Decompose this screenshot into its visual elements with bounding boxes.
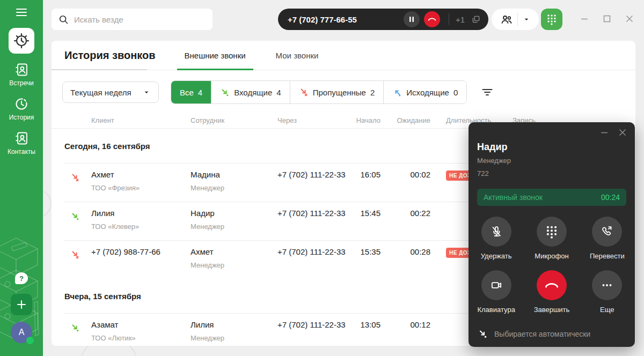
segment-all[interactable]: Все 4 bbox=[171, 81, 211, 103]
employee-name: Надир bbox=[191, 209, 277, 218]
sidebar-item-history[interactable]: История bbox=[0, 97, 43, 121]
call-actions-grid: Удержать Микрофон Перевести Клавиатура bbox=[469, 217, 635, 314]
active-call-popup: Надир Менеджер 722 Активный звонок 00:24… bbox=[469, 122, 635, 347]
call-timer: 00:24 bbox=[601, 193, 620, 202]
employee-role: Менеджер bbox=[191, 222, 277, 231]
hold-call-button[interactable] bbox=[404, 11, 420, 27]
title-underline bbox=[52, 69, 147, 70]
via-number: +7 (702) 111-22-33 bbox=[277, 247, 348, 256]
line-selection-hint: Выбирается автоматически bbox=[478, 329, 590, 339]
close-window-button[interactable] bbox=[625, 14, 634, 24]
search-input[interactable] bbox=[74, 15, 197, 24]
sidebar-item-call-history-active[interactable] bbox=[9, 28, 34, 54]
hangup-icon bbox=[544, 277, 560, 293]
menu-hamburger-button[interactable] bbox=[16, 8, 27, 17]
hangup-call-button[interactable] bbox=[424, 11, 440, 27]
minimize-window-button[interactable] bbox=[580, 14, 589, 24]
transfer-call-icon bbox=[600, 225, 614, 239]
col-client: Клиент bbox=[91, 116, 185, 124]
mic-off-icon bbox=[489, 225, 503, 239]
chevron-down-icon bbox=[142, 88, 151, 97]
contacts-icon bbox=[14, 131, 29, 146]
expand-calls-icon[interactable] bbox=[471, 14, 481, 24]
col-via: Через bbox=[277, 116, 348, 124]
callee-extension: 722 bbox=[477, 169, 489, 177]
missed-call-icon bbox=[70, 173, 80, 182]
wait-time: 00:22 bbox=[380, 209, 430, 218]
keyboard-button[interactable]: Клавиатура bbox=[477, 270, 515, 314]
contacts-dropdown-button[interactable] bbox=[492, 9, 539, 30]
call-action-label: Еще bbox=[600, 306, 614, 314]
call-action-label: Микрофон bbox=[535, 252, 568, 260]
call-status-label: Активный звонок bbox=[484, 193, 543, 202]
end-call-button[interactable]: Завершить bbox=[534, 270, 570, 314]
hold-button[interactable]: Удержать bbox=[481, 217, 512, 260]
client-name: Лилия bbox=[91, 209, 185, 218]
popup-window-controls bbox=[599, 128, 627, 137]
pause-icon bbox=[408, 16, 415, 23]
history-clock-icon bbox=[14, 97, 29, 112]
plus-icon bbox=[17, 300, 26, 309]
tab-my-calls[interactable]: Мои звонки bbox=[268, 41, 326, 70]
tab-external-calls[interactable]: Внешние звонки bbox=[177, 41, 253, 70]
tabs: Внешние звонки Мои звонки bbox=[177, 41, 326, 70]
line-selection-text: Выбирается автоматически bbox=[494, 330, 590, 338]
segment-outgoing[interactable]: Исходящие 0 bbox=[383, 81, 466, 103]
segment-label: Все bbox=[180, 88, 194, 97]
client-name: Ахмет bbox=[91, 170, 185, 179]
wait-time: 00:02 bbox=[380, 170, 430, 179]
segment-count: 4 bbox=[276, 88, 281, 97]
microphone-button[interactable]: Микрофон bbox=[535, 217, 568, 260]
period-value: Текущая неделя bbox=[70, 88, 131, 97]
col-start: Начало bbox=[348, 116, 380, 124]
employee-name: Мадина bbox=[191, 170, 277, 179]
segment-label: Входящие bbox=[234, 88, 272, 97]
call-type-segments: Все 4 Входящие 4 Пропущенные 2 bbox=[171, 80, 467, 104]
transfer-button[interactable]: Перевести bbox=[590, 217, 625, 260]
call-action-label: Завершить bbox=[534, 306, 570, 314]
call-action-label: Перевести bbox=[590, 252, 625, 260]
segment-label: Пропущенные bbox=[313, 88, 366, 97]
chevron-down-icon bbox=[522, 15, 531, 24]
popup-close-button[interactable] bbox=[618, 128, 627, 137]
user-avatar[interactable]: А bbox=[11, 322, 32, 343]
dialpad-button[interactable] bbox=[541, 9, 562, 30]
sidebar-item-contacts[interactable]: Контакты bbox=[0, 131, 43, 155]
add-button[interactable] bbox=[11, 294, 32, 315]
meetings-icon bbox=[14, 62, 29, 77]
via-number: +7 (702) 111-22-33 bbox=[277, 320, 348, 329]
sidebar-item-label: Контакты bbox=[0, 148, 43, 155]
sidebar-item-label: Встречи bbox=[0, 79, 43, 87]
help-button[interactable]: ? bbox=[15, 272, 28, 284]
missed-call-icon bbox=[70, 250, 80, 259]
incoming-line-icon bbox=[478, 329, 488, 339]
more-button[interactable]: Еще bbox=[592, 270, 622, 314]
panel-header: История звонков Внешние звонки Мои звонк… bbox=[52, 41, 635, 70]
maximize-window-button[interactable] bbox=[602, 14, 612, 24]
active-call-bar: +7 (702) 777-66-55 +1 bbox=[278, 9, 488, 30]
segment-incoming[interactable]: Входящие 4 bbox=[211, 81, 289, 103]
employee-name: Лилия bbox=[191, 320, 277, 329]
global-search[interactable] bbox=[52, 9, 213, 30]
question-mark-icon: ? bbox=[19, 275, 24, 283]
call-action-label: Удержать bbox=[481, 252, 512, 260]
wait-time: 00:12 bbox=[380, 320, 430, 329]
employee-role: Менеджер bbox=[191, 184, 277, 192]
client-name: +7 (702) 988-77-66 bbox=[91, 247, 185, 256]
popup-minimize-button[interactable] bbox=[599, 128, 609, 137]
start-time: 15:35 bbox=[348, 247, 380, 256]
via-number: +7 (702) 111-22-33 bbox=[277, 170, 348, 179]
search-icon bbox=[58, 14, 69, 25]
filter-row: Текущая неделя Все 4 Входящие 4 bbox=[62, 80, 635, 104]
call-history-clock-icon bbox=[13, 33, 30, 49]
segment-missed[interactable]: Пропущенные 2 bbox=[290, 81, 384, 103]
via-number: +7 (702) 111-22-33 bbox=[277, 209, 348, 218]
filter-icon[interactable] bbox=[481, 86, 494, 99]
period-select[interactable]: Текущая неделя bbox=[62, 81, 159, 103]
col-employee: Сотрудник bbox=[191, 116, 277, 124]
start-time: 16:05 bbox=[348, 170, 380, 179]
more-dots-icon bbox=[600, 278, 614, 292]
sidebar-item-label: История bbox=[0, 114, 43, 121]
sidebar-item-meetings[interactable]: Встречи bbox=[0, 62, 43, 87]
people-icon bbox=[500, 13, 513, 26]
